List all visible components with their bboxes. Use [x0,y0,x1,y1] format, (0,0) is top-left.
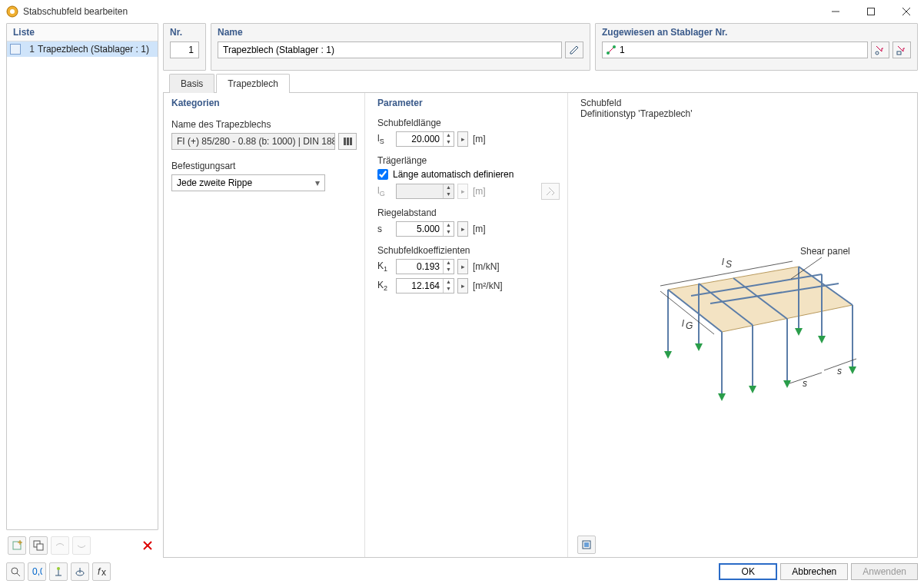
fastening-select[interactable]: Jede zweite Rippe ▾ [171,174,325,191]
svg-marker-37 [718,393,726,401]
preview-header: Schubfeld Definitionstyp 'Trapezblech' [573,93,917,124]
k2-input[interactable]: 12.164▲▼ [396,278,454,294]
close-button[interactable] [889,0,924,23]
assign-field[interactable]: 1 [602,41,868,58]
select-assign-button-1[interactable] [871,41,889,58]
preview-3d: lS lG s s Shear panel [573,124,917,532]
lg-pick-button [541,183,560,200]
assign-icon [606,45,617,55]
lg-input: ▲▼ [396,184,454,199]
select-assign-button-2[interactable] [892,41,911,58]
svg-rect-56 [584,542,589,547]
k1-unit: [m/kN] [473,261,500,272]
svg-rect-20 [350,138,352,145]
library-button[interactable] [338,133,357,150]
chevron-down-icon: ▾ [315,177,320,188]
svg-marker-39 [795,328,803,336]
ls-unit: [m] [473,134,486,144]
nr-label: Nr. [170,27,199,38]
list-item-color-icon [10,44,21,55]
svg-point-14 [607,51,610,55]
copy-item-button[interactable] [29,536,48,555]
svg-text:S: S [726,259,732,270]
delete-button[interactable] [138,536,157,555]
assign-label: Zugewiesen an Stablager Nr. [602,27,911,38]
svg-text:x: x [101,567,106,577]
app-icon [6,5,18,18]
auto-length-checkbox[interactable] [377,169,388,180]
s-input[interactable]: 5.000▲▼ [396,221,454,237]
fastening-label: Befestigungsart [171,161,357,171]
bottom-tool-search[interactable] [6,562,25,581]
svg-marker-42 [783,380,791,388]
lg-menu-button: ▸ [457,184,468,199]
list-item-label: Trapezblech (Stablager : 1) [38,44,149,55]
svg-line-58 [17,573,20,576]
svg-text:G: G [686,320,693,331]
svg-point-15 [613,45,616,48]
assign-value: 1 [620,45,625,55]
svg-marker-38 [849,366,856,374]
svg-marker-41 [749,386,756,393]
svg-text:l: l [682,318,684,329]
svg-marker-40 [695,343,703,351]
k2-menu-button[interactable]: ▸ [457,278,468,294]
ls-symbol: lS [377,133,393,145]
lg-unit: [m] [473,186,486,197]
lg-symbol: lG [377,185,393,197]
svg-text:l: l [722,257,724,267]
svg-text:s: s [837,366,842,376]
svg-point-16 [876,51,879,55]
k1-input[interactable]: 0.193▲▼ [396,259,454,274]
edit-name-button[interactable] [565,41,583,58]
bottom-tool-model[interactable] [49,562,68,581]
s-unit: [m] [473,224,486,234]
ls-menu-button[interactable]: ▸ [457,131,468,147]
name-label: Name [218,27,583,38]
tab-trapezblech[interactable]: Trapezblech [216,74,290,93]
kategorien-title: Kategorien [164,93,364,111]
svg-rect-10 [37,544,43,550]
new-item-button[interactable] [8,536,26,555]
toolbar-button-4 [72,536,91,555]
ok-button[interactable]: OK [719,563,777,580]
s-symbol: s [377,224,393,234]
svg-rect-17 [897,51,901,55]
traegerlaenge-label: Trägerlänge [377,155,560,166]
svg-marker-36 [664,351,672,359]
preview-settings-button[interactable] [577,536,596,554]
nr-field[interactable]: 1 [170,41,199,58]
list-header: Liste [7,24,158,41]
svg-rect-19 [347,138,349,145]
s-menu-button[interactable]: ▸ [457,221,468,237]
bottom-tool-view[interactable] [71,562,89,581]
svg-point-57 [12,568,18,574]
shear-panel-label: Shear panel [800,246,850,257]
svg-text:s: s [803,378,807,389]
maximize-button[interactable] [853,0,889,23]
k1-menu-button[interactable]: ▸ [457,259,468,274]
list-item[interactable]: 1 Trapezblech (Stablager : 1) [7,41,158,57]
bottom-tool-units[interactable]: 0,00 [28,562,46,581]
riegelabstand-label: Riegelabstand [377,207,560,218]
title-bar: Stabschubfeld bearbeiten [0,0,924,23]
k2-symbol: K2 [377,280,393,292]
cancel-button[interactable]: Abbrechen [780,563,848,580]
minimize-button[interactable] [818,0,853,23]
ls-input[interactable]: 20.000▲▼ [396,131,454,147]
svg-marker-43 [818,336,826,343]
svg-point-62 [57,567,60,570]
svg-rect-18 [344,138,346,145]
parameter-title: Parameter [370,93,567,111]
bottom-tool-function[interactable]: fx [92,562,111,581]
tab-basis[interactable]: Basis [169,74,214,93]
auto-length-label: Länge automatisch definieren [393,169,514,180]
trapezblech-name-field[interactable]: FI (+) 85/280 - 0.88 (b: 1000) | DIN 188… [171,133,335,150]
name-field[interactable]: Trapezblech (Stablager : 1) [218,41,562,58]
toolbar-button-3 [51,536,69,555]
trapezblech-name-label: Name des Trapezblechs [171,119,357,130]
svg-point-1 [10,9,15,14]
window-title: Stabschubfeld bearbeiten [23,6,818,17]
schubfeldlaenge-label: Schubfeldlänge [377,118,560,128]
svg-rect-3 [868,8,875,15]
